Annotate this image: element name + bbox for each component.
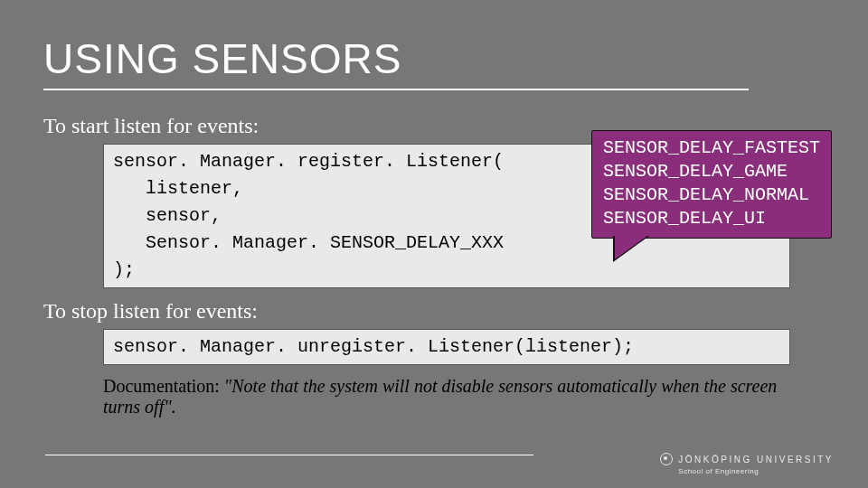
delay-game: SENSOR_DELAY_GAME [603, 160, 820, 183]
documentation-note: Documentation: "Note that the system wil… [103, 376, 790, 418]
doc-label: Documentation: [103, 376, 224, 396]
delay-constants-callout: SENSOR_DELAY_FASTEST SENSOR_DELAY_GAME S… [591, 130, 832, 239]
delay-fastest: SENSOR_DELAY_FASTEST [603, 136, 820, 160]
code-unregister: sensor. Manager. unregister. Listener(li… [103, 329, 790, 365]
footer-rule [45, 455, 533, 455]
university-branding: JÖNKÖPING UNIVERSITY School of Engineeri… [660, 453, 834, 475]
university-logo-icon [660, 453, 673, 465]
delay-normal: SENSOR_DELAY_NORMAL [603, 183, 820, 207]
stop-listen-text: To stop listen for events: [43, 299, 825, 324]
university-school: School of Engineering [678, 467, 834, 475]
delay-ui: SENSOR_DELAY_UI [603, 207, 820, 230]
slide: USING SENSORS To start listen for events… [0, 0, 868, 488]
slide-title: USING SENSORS [43, 34, 825, 83]
university-name: JÖNKÖPING UNIVERSITY [678, 455, 834, 465]
title-rule [43, 89, 749, 90]
